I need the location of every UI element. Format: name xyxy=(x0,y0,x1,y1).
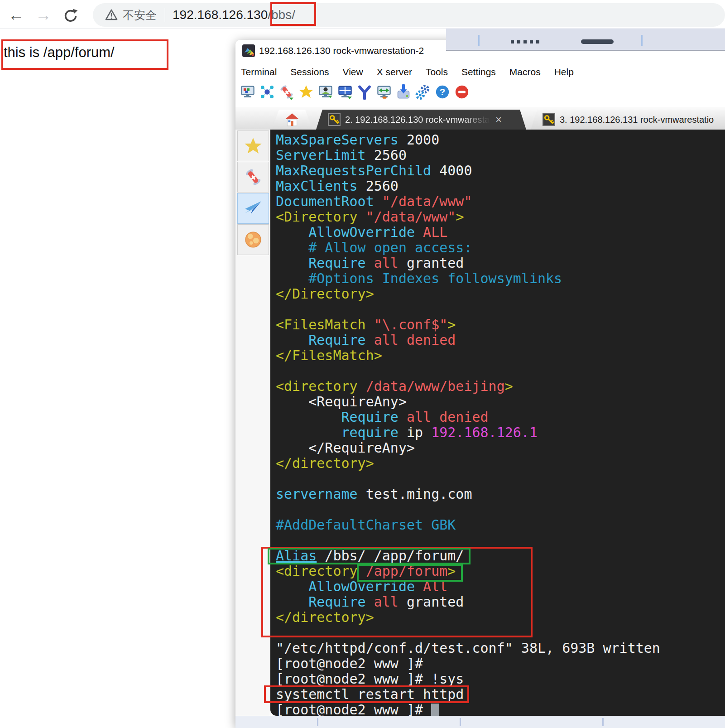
multiexec-icon[interactable] xyxy=(337,84,353,100)
toolbar: ? xyxy=(235,82,725,102)
terminal-line: MaxRequestsPerChild 4000 xyxy=(276,163,725,178)
terminal-line: <directory /data/www/beijing> xyxy=(276,379,725,394)
terminal-line: </RequireAny> xyxy=(276,440,725,456)
sidebar-tab-globe[interactable] xyxy=(237,224,269,255)
svg-text:?: ? xyxy=(440,87,445,97)
menu-terminal[interactable]: Terminal xyxy=(241,67,277,77)
not-secure-label: 不安全 xyxy=(123,8,157,23)
terminal-line: require ip 192.168.126.1 xyxy=(276,425,725,440)
terminal-line: AllowOverride ALL xyxy=(276,225,725,240)
home-icon xyxy=(284,112,300,127)
tab-session-2[interactable]: 2. 192.168.126.130 rock-vmwarestati × xyxy=(316,110,526,130)
tab-home[interactable] xyxy=(272,110,312,130)
terminal-line: [root@node2 www ]# xyxy=(276,702,725,716)
browser-toolbar: ← → 不安全 192.168.126.130 /bbs/ xyxy=(0,0,725,29)
settings-gears-icon[interactable] xyxy=(415,84,431,100)
terminal-line: MaxClients 2560 xyxy=(276,178,725,194)
terminal-line xyxy=(276,502,725,517)
session-icon[interactable] xyxy=(240,84,255,100)
sidebar-tab-star[interactable] xyxy=(237,130,269,161)
packages-icon[interactable] xyxy=(396,84,411,100)
background-window-dash xyxy=(581,39,614,44)
tab-strip: 2. 192.168.126.130 rock-vmwarestati × 3.… xyxy=(235,107,725,130)
menu-settings[interactable]: Settings xyxy=(461,67,496,77)
terminal-line: [root@node2 www ]# !sys xyxy=(276,671,725,687)
terminal-line: Require all denied xyxy=(276,410,725,425)
tab-session-2-label: 2. 192.168.126.130 rock-vmwarestati xyxy=(345,115,495,125)
terminal-line xyxy=(276,302,725,317)
terminal-line: MaxSpareServers 2000 xyxy=(276,132,725,148)
tab-session-3-label: 3. 192.168.126.131 rock-vmwarestatio xyxy=(560,115,718,125)
terminal-line: #Options Indexes followsymlinks xyxy=(276,271,725,286)
terminal-line: #AddDefaultCharset GBK xyxy=(276,517,725,533)
terminal-line: "/etc/httpd/conf.d/test.conf" 38L, 693B … xyxy=(276,641,725,656)
mobaxterm-logo-icon xyxy=(242,44,255,58)
terminal-line xyxy=(276,471,725,487)
terminal-line: </directory> xyxy=(276,610,725,625)
remote-desktop-icon[interactable] xyxy=(318,84,333,100)
terminal-line: ServerLimit 2560 xyxy=(276,148,725,163)
url-path: /bbs/ xyxy=(268,8,295,22)
terminal-line: <Directory "/data/www"> xyxy=(276,209,725,225)
address-bar[interactable]: 不安全 192.168.126.130 /bbs/ xyxy=(93,3,725,27)
terminal-line: # Allow open access: xyxy=(276,240,725,256)
terminal-line: Require all denied xyxy=(276,333,725,348)
terminal-line: Require all granted xyxy=(276,594,725,610)
exit-icon[interactable] xyxy=(454,84,470,100)
terminal-line: servername test.ming.com xyxy=(276,487,725,502)
terminal[interactable]: MaxSpareServers 2000ServerLimit 2560MaxR… xyxy=(270,130,725,716)
menu-sessions[interactable]: Sessions xyxy=(290,67,329,77)
tunneling-icon[interactable] xyxy=(357,84,372,100)
left-sidebar xyxy=(235,130,270,716)
back-icon[interactable]: ← xyxy=(7,6,25,24)
background-window-strip xyxy=(446,28,725,51)
tab-close-icon[interactable]: × xyxy=(495,113,502,126)
url-host: 192.168.126.130 xyxy=(173,8,268,22)
terminal-line: <RequireAny> xyxy=(276,394,725,410)
menu-tools[interactable]: Tools xyxy=(426,67,448,77)
terminal-line: </Directory> xyxy=(276,286,725,302)
not-secure-warning-icon xyxy=(105,9,118,21)
terminal-line xyxy=(276,625,725,641)
sidebar-tab-paper-plane[interactable] xyxy=(237,193,269,224)
page-body-text: this is /app/forum/ xyxy=(4,44,115,61)
tools-knife-icon[interactable] xyxy=(279,84,294,100)
terminal-line: AllowOverride All xyxy=(276,579,725,594)
menu-help[interactable]: Help xyxy=(554,67,574,77)
globe-icon xyxy=(243,230,263,249)
terminal-line: Require all granted xyxy=(276,256,725,271)
window-title: 192.168.126.130 rock-vmwarestation-2 xyxy=(259,45,424,56)
status-bar xyxy=(235,716,725,728)
omnibox-divider xyxy=(165,8,165,22)
menu-x-server[interactable]: X server xyxy=(377,67,412,77)
sidebar-tab-swiss-knife[interactable] xyxy=(237,162,269,193)
key-icon xyxy=(328,113,341,126)
terminal-line: DocumentRoot "/data/www" xyxy=(276,194,725,209)
servers-icon[interactable] xyxy=(259,84,275,100)
menu-view[interactable]: View xyxy=(343,67,363,77)
terminal-line: <FilesMatch "\.conf$"> xyxy=(276,317,725,333)
paper-plane-icon xyxy=(243,199,263,218)
key-icon xyxy=(543,113,555,126)
terminal-cursor xyxy=(431,704,439,716)
terminal-line xyxy=(276,533,725,548)
terminal-line xyxy=(276,363,725,379)
terminal-line: </directory> xyxy=(276,456,725,471)
menu-bar: TerminalSessionsViewX serverToolsSetting… xyxy=(235,63,725,81)
forward-icon[interactable]: → xyxy=(34,6,53,24)
swiss-knife-icon xyxy=(243,168,263,187)
sessions-star-icon[interactable] xyxy=(298,84,314,100)
mobapt-icon[interactable] xyxy=(376,84,392,100)
terminal-line: Alias /bbs/ /app/forum/ xyxy=(276,548,725,564)
help-icon[interactable]: ? xyxy=(435,84,450,100)
tab-session-3[interactable]: 3. 192.168.126.131 rock-vmwarestatio xyxy=(531,110,725,130)
terminal-line: </FilesMatch> xyxy=(276,348,725,363)
terminal-line: [root@node2 www ]# xyxy=(276,656,725,671)
reload-icon[interactable] xyxy=(62,6,80,24)
terminal-line: systemctl restart httpd xyxy=(276,687,725,702)
terminal-line: <directory /app/forum> xyxy=(276,564,725,579)
mobaxterm-window: 192.168.126.130 rock-vmwarestation-2 Ter… xyxy=(235,40,725,728)
star-icon xyxy=(243,136,263,155)
menu-macros[interactable]: Macros xyxy=(509,67,541,77)
